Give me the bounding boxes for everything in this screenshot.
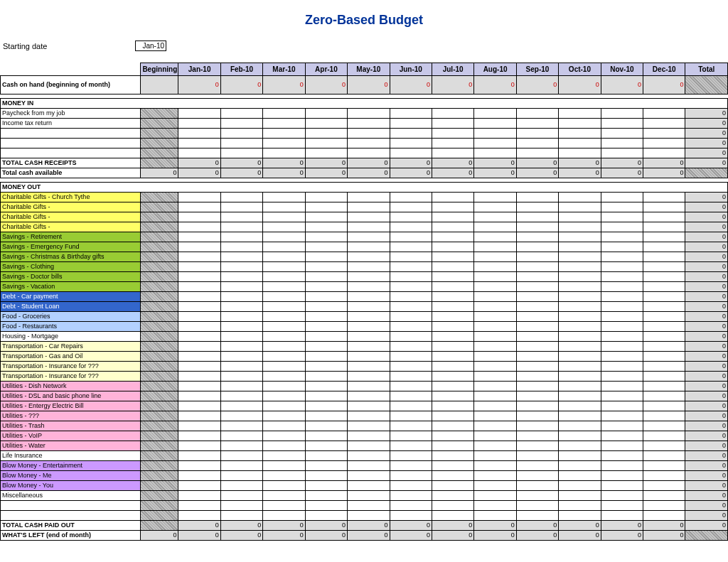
cell[interactable] (178, 139, 220, 148)
cell[interactable] (643, 391, 685, 401)
cell[interactable] (559, 332, 601, 342)
cell[interactable] (390, 242, 432, 252)
cell[interactable] (643, 501, 685, 511)
cell[interactable] (516, 222, 558, 232)
cell[interactable] (516, 242, 558, 252)
cell[interactable]: 0 (601, 76, 643, 94)
cell[interactable] (263, 222, 305, 232)
cell[interactable] (263, 129, 305, 139)
cell[interactable] (178, 481, 220, 491)
cell[interactable] (220, 282, 262, 292)
cell[interactable] (643, 411, 685, 421)
cell[interactable] (516, 139, 558, 148)
cell[interactable] (305, 481, 347, 491)
cell[interactable] (643, 491, 685, 501)
cell[interactable] (263, 292, 305, 302)
cell[interactable] (474, 312, 516, 322)
cell[interactable] (305, 441, 347, 451)
cell[interactable] (141, 76, 178, 94)
cell[interactable] (305, 139, 347, 148)
cell[interactable] (178, 302, 220, 312)
cell[interactable] (432, 332, 473, 342)
cell[interactable] (643, 431, 685, 441)
cell[interactable] (559, 421, 601, 431)
cell[interactable] (178, 501, 220, 511)
cell[interactable] (601, 232, 643, 242)
cell[interactable] (432, 362, 473, 372)
cell[interactable] (178, 511, 220, 521)
cell[interactable] (643, 372, 685, 382)
cell[interactable] (348, 491, 390, 501)
cell[interactable] (220, 501, 262, 511)
cell[interactable] (390, 212, 432, 222)
cell[interactable] (516, 322, 558, 332)
cell[interactable] (220, 352, 262, 362)
cell[interactable] (305, 362, 347, 372)
cell[interactable] (432, 491, 473, 501)
cell[interactable] (474, 242, 516, 252)
cell[interactable] (305, 262, 347, 272)
cell[interactable] (305, 212, 347, 222)
cell[interactable] (390, 302, 432, 312)
cell[interactable] (305, 372, 347, 382)
cell[interactable] (263, 352, 305, 362)
cell[interactable] (305, 292, 347, 302)
cell[interactable] (178, 491, 220, 501)
cell[interactable] (305, 232, 347, 242)
cell[interactable] (263, 481, 305, 491)
cell[interactable] (178, 252, 220, 262)
cell[interactable]: 0 (348, 76, 390, 94)
cell[interactable] (305, 421, 347, 431)
cell[interactable] (220, 262, 262, 272)
cell[interactable] (516, 342, 558, 352)
cell[interactable] (305, 411, 347, 421)
cell[interactable] (516, 461, 558, 471)
cell[interactable] (474, 391, 516, 401)
cell[interactable] (432, 411, 473, 421)
cell[interactable] (390, 511, 432, 521)
cell[interactable] (348, 222, 390, 232)
cell[interactable] (220, 421, 262, 431)
cell[interactable] (474, 471, 516, 481)
cell[interactable] (559, 212, 601, 222)
cell[interactable] (643, 451, 685, 461)
cell[interactable] (601, 411, 643, 421)
cell[interactable] (263, 382, 305, 391)
cell[interactable] (178, 312, 220, 322)
cell[interactable]: 0 (178, 76, 220, 94)
cell[interactable] (178, 411, 220, 421)
cell[interactable] (348, 481, 390, 491)
cell[interactable] (305, 501, 347, 511)
cell[interactable] (305, 312, 347, 322)
cell[interactable] (348, 139, 390, 148)
cell[interactable] (559, 282, 601, 292)
cell[interactable] (348, 242, 390, 252)
cell[interactable] (348, 272, 390, 282)
cell[interactable] (601, 441, 643, 451)
cell[interactable] (643, 362, 685, 372)
cell[interactable] (220, 411, 262, 421)
cell[interactable] (220, 441, 262, 451)
cell[interactable] (220, 382, 262, 391)
cell[interactable] (601, 212, 643, 222)
cell[interactable] (220, 193, 262, 202)
cell[interactable]: 0 (474, 76, 516, 94)
cell[interactable] (559, 471, 601, 481)
cell[interactable] (643, 242, 685, 252)
cell[interactable]: 0 (390, 76, 432, 94)
cell[interactable] (348, 252, 390, 262)
cell[interactable] (390, 382, 432, 391)
cell[interactable] (474, 481, 516, 491)
cell[interactable] (474, 292, 516, 302)
cell[interactable] (305, 491, 347, 501)
cell[interactable] (559, 342, 601, 352)
cell[interactable] (263, 232, 305, 242)
cell[interactable] (220, 362, 262, 372)
cell[interactable] (643, 401, 685, 411)
cell[interactable] (348, 262, 390, 272)
cell[interactable] (601, 129, 643, 139)
cell[interactable] (348, 401, 390, 411)
cell[interactable] (643, 441, 685, 451)
cell[interactable] (178, 119, 220, 129)
cell[interactable] (178, 242, 220, 252)
